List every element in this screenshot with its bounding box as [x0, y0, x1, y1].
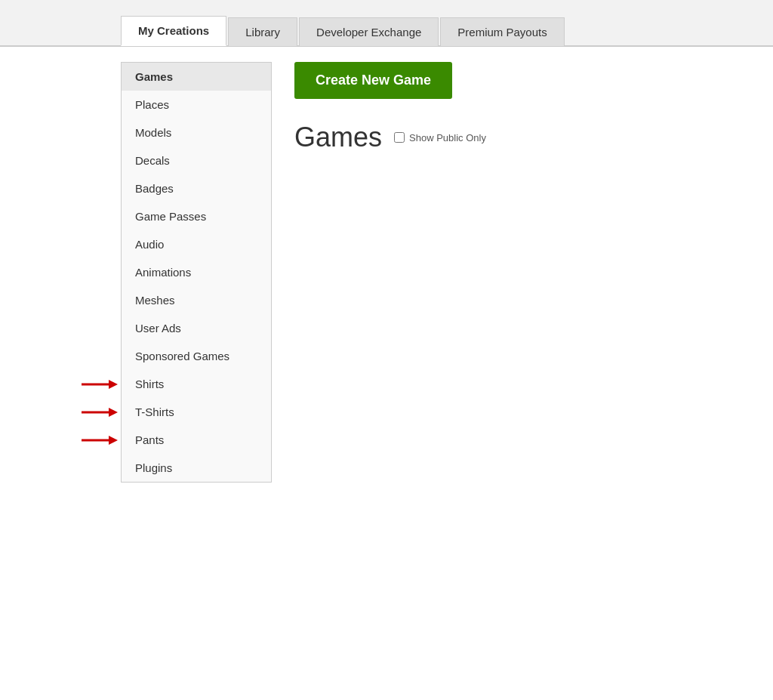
sidebar-item-label: Badges [135, 182, 174, 195]
sidebar-item-label: Places [135, 98, 169, 111]
tab-developer-exchange[interactable]: Developer Exchange [299, 17, 439, 46]
sidebar-item-label: Animations [135, 266, 191, 279]
pants-arrow-indicator [80, 432, 118, 449]
sidebar-item-pants[interactable]: Pants [122, 426, 271, 454]
sidebar-item-label: T-Shirts [135, 406, 174, 418]
svg-marker-5 [109, 436, 118, 445]
section-title-row: Games Show Public Only [294, 122, 652, 153]
sidebar-item-plugins[interactable]: Plugins [122, 454, 271, 482]
sidebar-item-label: Shirts [135, 378, 164, 390]
main-content: Games Places Models Decals Badges Game P… [0, 47, 773, 666]
content-area: Create New Game Games Show Public Only [272, 62, 652, 666]
sidebar-item-t-shirts[interactable]: T-Shirts [122, 398, 271, 426]
sidebar-item-game-passes[interactable]: Game Passes [122, 202, 271, 230]
sidebar-item-shirts[interactable]: Shirts [122, 370, 271, 398]
show-public-only-row: Show Public Only [394, 132, 486, 143]
sidebar-item-user-ads[interactable]: User Ads [122, 314, 271, 342]
sidebar-item-audio[interactable]: Audio [122, 230, 271, 258]
sidebar-item-games[interactable]: Games [122, 63, 271, 91]
sidebar-item-sponsored-games[interactable]: Sponsored Games [122, 342, 271, 370]
sidebar-item-label: Decals [135, 154, 170, 167]
sidebar-item-decals[interactable]: Decals [122, 146, 271, 174]
shirts-arrow-indicator [80, 376, 118, 393]
sidebar-item-label: Plugins [135, 461, 172, 474]
sidebar-item-badges[interactable]: Badges [122, 174, 271, 202]
sidebar-item-label: Pants [135, 433, 164, 446]
sidebar-item-label: Game Passes [135, 210, 206, 223]
page-wrapper: My Creations Library Developer Exchange … [0, 0, 773, 700]
create-new-game-button[interactable]: Create New Game [294, 62, 452, 99]
svg-marker-3 [109, 408, 118, 417]
t-shirts-arrow-indicator [80, 404, 118, 421]
sidebar-item-label: Sponsored Games [135, 350, 229, 362]
tab-library[interactable]: Library [228, 17, 297, 46]
show-public-only-checkbox[interactable] [394, 132, 405, 143]
tab-premium-payouts[interactable]: Premium Payouts [440, 17, 564, 46]
sidebar-item-label: User Ads [135, 322, 181, 335]
sidebar-item-label: Audio [135, 238, 164, 251]
sidebar-item-label: Models [135, 126, 171, 139]
sidebar-item-label: Games [135, 70, 173, 83]
sidebar-item-meshes[interactable]: Meshes [122, 286, 271, 314]
section-title: Games [294, 122, 382, 153]
svg-marker-1 [109, 380, 118, 389]
sidebar: Games Places Models Decals Badges Game P… [121, 62, 272, 483]
tabs-bar: My Creations Library Developer Exchange … [0, 0, 773, 47]
sidebar-item-label: Meshes [135, 294, 175, 307]
sidebar-item-animations[interactable]: Animations [122, 258, 271, 286]
sidebar-item-places[interactable]: Places [122, 91, 271, 119]
sidebar-item-models[interactable]: Models [122, 119, 271, 146]
tab-my-creations[interactable]: My Creations [121, 16, 226, 46]
show-public-only-label: Show Public Only [409, 132, 486, 143]
